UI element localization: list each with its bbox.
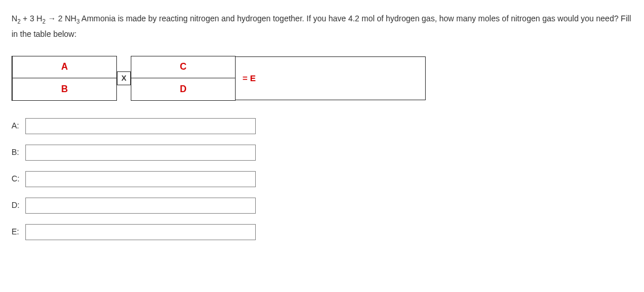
input-a[interactable] — [25, 118, 256, 134]
answer-row-c: C: — [12, 171, 632, 187]
label-e: E: — [12, 225, 25, 239]
answer-row-d: D: — [12, 198, 632, 214]
fraction-1: A B — [12, 56, 117, 101]
label-d: D: — [12, 198, 25, 213]
answer-row-a: A: — [12, 118, 632, 134]
input-b[interactable] — [25, 145, 256, 161]
equation-part: + 3 H — [21, 14, 43, 23]
fraction-1-top: A — [13, 56, 116, 78]
answer-fields: A: B: C: D: E: — [12, 118, 632, 240]
input-c[interactable] — [25, 171, 256, 187]
equation-diagram: A B X C D = E — [12, 56, 632, 101]
label-a: A: — [12, 119, 25, 133]
result-box: = E — [236, 56, 426, 100]
multiply-symbol: X — [117, 71, 131, 85]
answer-row-e: E: — [12, 224, 632, 240]
question-text: N2 + 3 H2 → 2 NH3 Ammonia is made by rea… — [12, 12, 632, 41]
equation-part: N — [12, 14, 17, 23]
fraction-1-bottom: B — [13, 78, 116, 100]
fraction-2-bottom: D — [131, 78, 235, 100]
input-e[interactable] — [25, 224, 256, 240]
answer-row-b: B: — [12, 145, 632, 161]
fraction-2-top: C — [131, 56, 235, 78]
equation-part: → 2 NH — [46, 14, 77, 23]
label-c: C: — [12, 172, 25, 186]
fraction-2: C D — [131, 56, 236, 101]
input-d[interactable] — [25, 198, 256, 214]
label-b: B: — [12, 145, 25, 160]
question-body: Ammonia is made by reacting nitrogen and… — [12, 14, 631, 39]
